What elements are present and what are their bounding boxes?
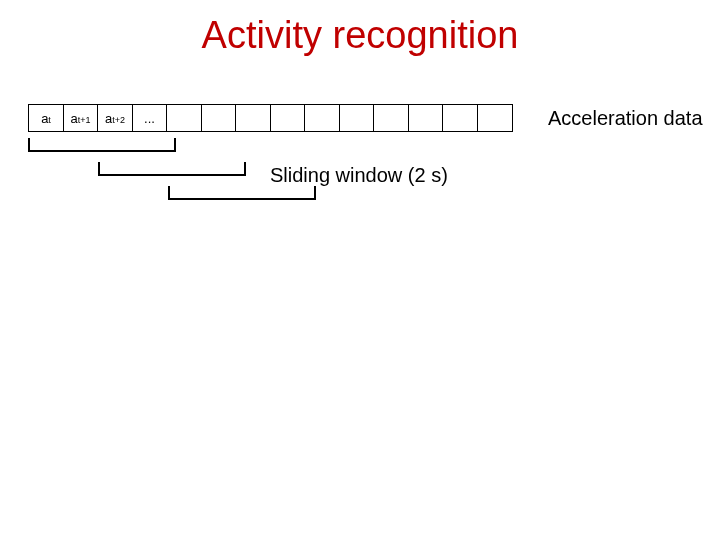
cell-empty: [373, 104, 409, 132]
cell-ellipsis: ...: [132, 104, 168, 132]
cell-a-t-plus-2: at+2: [97, 104, 133, 132]
cell-empty: [304, 104, 340, 132]
data-cells-row: at at+1 at+2 ...: [28, 104, 513, 132]
cell-empty: [408, 104, 444, 132]
cell-empty: [442, 104, 478, 132]
window-bracket-2: [98, 162, 246, 176]
cell-a-t: at: [28, 104, 64, 132]
sliding-window-label: Sliding window (2 s): [270, 164, 448, 187]
cell-empty: [166, 104, 202, 132]
cell-empty: [235, 104, 271, 132]
cell-empty: [477, 104, 513, 132]
cell-empty: [339, 104, 375, 132]
cell-a-t-plus-1: at+1: [63, 104, 99, 132]
acceleration-data-label: Acceleration data: [548, 107, 703, 130]
window-bracket-1: [28, 138, 176, 152]
cell-empty: [270, 104, 306, 132]
slide-title: Activity recognition: [0, 14, 720, 57]
window-bracket-3: [168, 186, 316, 200]
cell-empty: [201, 104, 237, 132]
